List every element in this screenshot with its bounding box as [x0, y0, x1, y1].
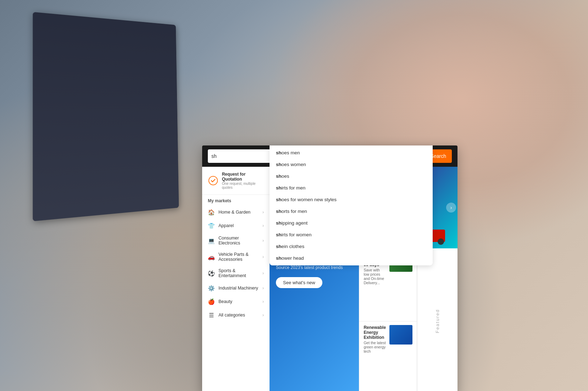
category-list: 🏠 Home & Garden › 👕 Apparel › 💻 Consumer…: [202, 205, 270, 391]
sidebar-item-home-garden[interactable]: 🏠 Home & Garden ›: [202, 205, 270, 219]
suggestion-shein[interactable]: shein clothes: [270, 241, 433, 252]
banner-next-button[interactable]: ›: [446, 203, 456, 213]
chevron-right-icon-5: ›: [262, 271, 264, 276]
chevron-right-icon-2: ›: [262, 223, 264, 228]
sidebar-item-vehicle-parts[interactable]: 🚗 Vehicle Parts & Accessories ›: [202, 249, 270, 265]
my-markets-label: My markets: [202, 195, 270, 205]
suggestion-shoes-men[interactable]: shoes men: [270, 147, 433, 159]
renewable-energy-card[interactable]: Renewable Energy Exhibition Get the late…: [359, 321, 417, 391]
suggestion-text-5: shoes for women new styles: [276, 197, 337, 202]
quotation-subtitle: One request, multiple quotes: [222, 182, 264, 189]
featured-label: Featured: [435, 309, 440, 333]
svg-point-0: [209, 176, 218, 185]
industrial-machinery-label: Industrial Machinery: [218, 286, 259, 291]
sports-label: Sports & Entertainment: [218, 268, 259, 278]
laptop-screen: [33, 12, 179, 221]
sidebar-item-industrial-machinery[interactable]: ⚙️ Industrial Machinery ›: [202, 281, 270, 295]
vehicle-parts-icon: 🚗: [208, 253, 215, 260]
quotation-box[interactable]: Request for Quotation One request, multi…: [202, 167, 270, 195]
sidebar-item-apparel[interactable]: 👕 Apparel ›: [202, 219, 270, 232]
suggestion-text-8: shirts for women: [276, 232, 312, 237]
quotation-title: Request for Quotation: [222, 172, 264, 182]
suggestion-text-2: shoes women: [276, 162, 306, 167]
home-garden-label: Home & Garden: [218, 210, 259, 215]
promo-cards-column: Lowest prices in 90 days Save with low p…: [359, 248, 417, 391]
industrial-machinery-icon: ⚙️: [208, 285, 215, 292]
beauty-label: Beauty: [218, 299, 259, 304]
sidebar-item-beauty[interactable]: 🍎 Beauty ›: [202, 295, 270, 308]
search-dropdown: shoes men shoes women shoes shirts for m…: [270, 145, 433, 265]
quotation-text: Request for Quotation One request, multi…: [222, 172, 264, 189]
sports-icon: ⚽: [208, 270, 215, 277]
all-categories-label: All categories: [218, 313, 259, 318]
suggestion-text: shoes men: [276, 150, 300, 155]
suggestion-shower-head[interactable]: shower head: [270, 252, 433, 264]
chevron-right-icon: ›: [262, 210, 264, 215]
suggestion-shirts-women[interactable]: shirts for women: [270, 229, 433, 241]
quotation-icon: [208, 175, 218, 186]
left-sidebar: Request for Quotation One request, multi…: [202, 167, 270, 391]
consumer-electronics-icon: 💻: [208, 237, 215, 244]
suggestion-shoes-women[interactable]: shoes women: [270, 159, 433, 170]
march-expo-subtitle: Source 2023's latest product trends: [276, 265, 353, 270]
lowest-prices-sub: Save with low prices and On-time Deliver…: [364, 268, 386, 285]
sidebar-item-sports[interactable]: ⚽ Sports & Entertainment ›: [202, 265, 270, 281]
see-whats-new-button[interactable]: See what's new: [276, 277, 322, 288]
all-categories-icon: ☰: [208, 312, 215, 319]
renewable-energy-sub: Get the latest green energy tech: [364, 341, 386, 353]
search-button-label: Search: [431, 153, 446, 159]
renewable-energy-image: [389, 325, 412, 345]
home-garden-icon: 🏠: [208, 209, 215, 216]
vehicle-parts-label: Vehicle Parts & Accessories: [218, 252, 259, 262]
beauty-icon: 🍎: [208, 298, 215, 305]
chevron-right-icon-8: ›: [262, 313, 264, 318]
suggestion-text-7: shipping agent: [276, 220, 307, 226]
apparel-icon: 👕: [208, 222, 215, 229]
suggestion-shoes-women-new[interactable]: shoes for women new styles: [270, 194, 433, 205]
sidebar-item-all-categories[interactable]: ☰ All categories ›: [202, 308, 270, 322]
apparel-label: Apparel: [218, 223, 259, 228]
suggestion-text-9: shein clothes: [276, 244, 304, 249]
suggestion-shipping-agent[interactable]: shipping agent: [270, 217, 433, 229]
suggestion-text-4: shirts for men: [276, 185, 305, 191]
suggestion-shoes[interactable]: shoes: [270, 170, 433, 182]
suggestion-shirts-men[interactable]: shirts for men: [270, 182, 433, 194]
renewable-energy-title: Renewable Energy Exhibition: [364, 325, 386, 340]
renewable-energy-text: Renewable Energy Exhibition Get the late…: [364, 325, 386, 390]
chevron-right-icon-7: ›: [262, 299, 264, 304]
chevron-right-icon-3: ›: [262, 238, 264, 243]
chevron-right-icon-4: ›: [262, 254, 264, 259]
bottom-cards-area: March Expo 2023 Source 2023's latest pro…: [270, 248, 457, 391]
featured-panel: Featured: [417, 248, 457, 391]
suggestion-shorts-men[interactable]: shorts for men: [270, 205, 433, 217]
chevron-right-icon-6: ›: [262, 286, 264, 291]
march-expo-card: March Expo 2023 Source 2023's latest pro…: [270, 248, 359, 391]
suggestion-text-3: shoes: [276, 174, 289, 179]
suggestion-text-6: shorts for men: [276, 209, 307, 214]
suggestion-text-10: shower head: [276, 255, 304, 261]
sidebar-item-consumer-electronics[interactable]: 💻 Consumer Electronics ›: [202, 232, 270, 249]
consumer-electronics-label: Consumer Electronics: [218, 236, 259, 246]
